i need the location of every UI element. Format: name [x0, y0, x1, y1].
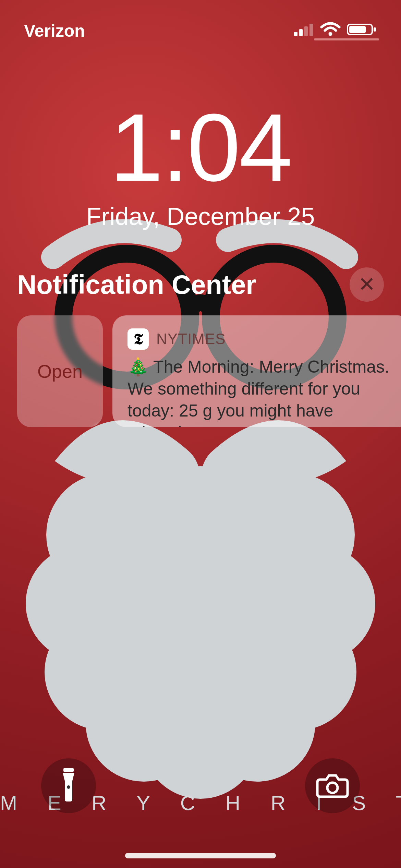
svg-point-7 — [45, 614, 161, 730]
notification-body: 🎄 The Morning: Merry Christmas. We somet… — [127, 356, 396, 427]
svg-point-4 — [231, 473, 355, 596]
cellular-signal-icon — [293, 21, 314, 41]
battery-icon — [347, 21, 377, 41]
status-underline — [314, 38, 379, 40]
status-bar: Verizon — [0, 10, 401, 51]
svg-point-9 — [86, 665, 202, 782]
open-action-label: Open — [37, 361, 83, 382]
open-action-button[interactable]: Open — [17, 315, 103, 427]
svg-point-8 — [240, 614, 356, 730]
camera-icon — [316, 772, 349, 799]
svg-point-3 — [46, 473, 170, 596]
app-name-label: NYTIMES — [156, 330, 226, 348]
svg-point-16 — [329, 32, 332, 36]
notification-center-header: Notification Center ✕ — [0, 267, 401, 302]
clock-time: 1:04 — [0, 99, 401, 195]
svg-point-22 — [327, 783, 338, 793]
svg-point-5 — [26, 545, 142, 662]
clock-date: Friday, December 25 — [0, 202, 401, 230]
clock-area: 1:04 Friday, December 25 — [0, 99, 401, 230]
svg-point-21 — [67, 785, 70, 789]
app-icon: 𝕿 — [127, 328, 149, 350]
svg-rect-19 — [349, 26, 366, 33]
svg-rect-20 — [63, 768, 74, 772]
app-icon-glyph: 𝕿 — [134, 330, 143, 348]
svg-point-11 — [142, 682, 259, 799]
svg-point-10 — [199, 665, 315, 782]
camera-button[interactable] — [305, 758, 360, 813]
flashlight-button[interactable] — [41, 758, 96, 813]
notification-header: 𝕿 NYTIMES — [127, 328, 396, 350]
wifi-icon — [320, 21, 341, 41]
clear-notifications-button[interactable]: ✕ — [350, 267, 384, 302]
svg-point-6 — [259, 545, 375, 662]
lock-screen: M E R Y C H R I S T A S Verizon — [0, 0, 401, 868]
home-indicator[interactable] — [125, 853, 276, 858]
svg-point-2 — [63, 466, 338, 740]
close-icon: ✕ — [358, 274, 375, 295]
notification-row: Open 𝕿 NYTIMES 🎄 The Morning: Merry Chri… — [17, 315, 401, 427]
svg-rect-18 — [374, 27, 376, 32]
svg-rect-12 — [294, 32, 297, 36]
notification-card[interactable]: 𝕿 NYTIMES 🎄 The Morning: Merry Christmas… — [112, 315, 401, 427]
svg-rect-14 — [304, 26, 308, 36]
svg-rect-15 — [309, 24, 313, 36]
notification-center-title: Notification Center — [17, 269, 256, 300]
svg-rect-13 — [299, 29, 303, 36]
carrier-label: Verizon — [24, 21, 85, 41]
flashlight-icon — [59, 768, 78, 804]
